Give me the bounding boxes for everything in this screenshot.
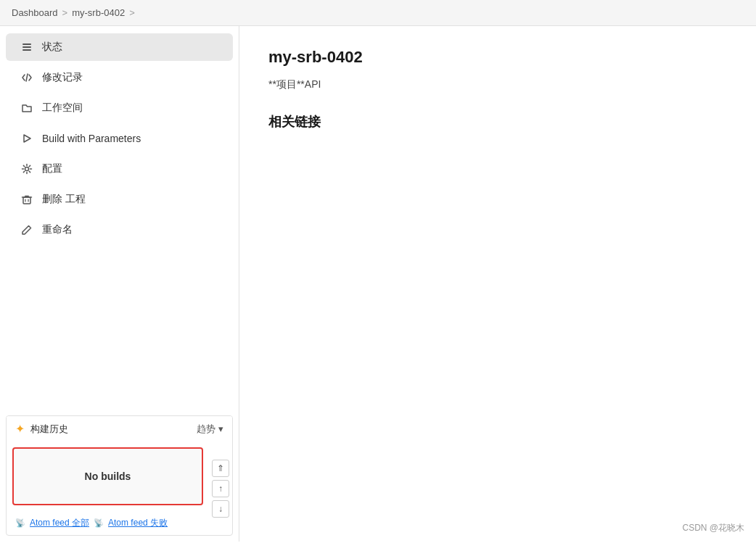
sidebar-item-delete[interactable]: 删除 工程 xyxy=(6,186,233,213)
breadcrumb-sep1: > xyxy=(62,7,68,18)
breadcrumb-sep2: > xyxy=(129,7,135,18)
watermark: CSDN @花晓木 xyxy=(682,522,744,534)
project-description: **项目**API xyxy=(268,78,727,91)
rss-icon-all: 📡 xyxy=(15,518,25,528)
build-history-panel: ✦ 构建历史 趋势 ▾ No builds 📡 Atom feed 全 xyxy=(6,415,233,536)
svg-rect-6 xyxy=(23,197,30,204)
sidebar-item-changes[interactable]: 修改记录 xyxy=(6,64,233,91)
page-title: my-srb-0402 xyxy=(268,48,727,67)
sidebar-label-delete: 删除 工程 xyxy=(42,193,86,206)
scroll-top-button[interactable]: ⇑ xyxy=(212,460,229,477)
code-icon xyxy=(20,71,33,84)
build-history-header-left: ✦ 构建历史 xyxy=(15,422,68,436)
svg-rect-1 xyxy=(22,46,31,48)
rss-icon-fail: 📡 xyxy=(94,518,104,528)
trend-button[interactable]: 趋势 ▾ xyxy=(197,423,223,436)
atom-feed-all[interactable]: Atom feed 全部 xyxy=(30,517,89,529)
build-history-title: 构建历史 xyxy=(30,423,68,436)
trash-icon xyxy=(20,193,33,206)
breadcrumb: Dashboard > my-srb-0402 > xyxy=(0,0,756,26)
folder-icon xyxy=(20,101,33,115)
play-icon xyxy=(20,132,33,145)
sidebar-label-status: 状态 xyxy=(42,41,62,54)
edit-icon xyxy=(20,223,33,236)
svg-rect-2 xyxy=(22,49,31,51)
sidebar-item-config[interactable]: 配置 xyxy=(6,155,233,183)
sidebar-label-build-params: Build with Parameters xyxy=(42,133,141,144)
sidebar-label-workspace: 工作空间 xyxy=(42,101,83,115)
svg-rect-0 xyxy=(22,43,31,45)
build-history-header: ✦ 构建历史 趋势 ▾ xyxy=(7,416,232,442)
sun-icon: ✦ xyxy=(15,422,25,436)
list-icon xyxy=(20,41,33,54)
breadcrumb-project[interactable]: my-srb-0402 xyxy=(72,7,125,18)
svg-point-5 xyxy=(25,167,29,171)
gear-icon xyxy=(20,162,33,175)
sidebar-item-rename[interactable]: 重命名 xyxy=(6,216,233,244)
build-history-content: No builds 📡 Atom feed 全部 📡 Atom feed 失败 xyxy=(7,442,209,535)
atom-feeds: 📡 Atom feed 全部 📡 Atom feed 失败 xyxy=(7,511,209,535)
no-builds-text: No builds xyxy=(85,471,131,482)
scroll-down-button[interactable]: ↓ xyxy=(212,500,229,518)
sidebar-label-config: 配置 xyxy=(42,162,62,175)
scroll-up-button[interactable]: ↑ xyxy=(212,480,229,497)
sidebar-label-changes: 修改记录 xyxy=(42,71,83,84)
sidebar-item-workspace[interactable]: 工作空间 xyxy=(6,94,233,122)
related-links-title: 相关链接 xyxy=(268,113,727,130)
build-history-row: No builds 📡 Atom feed 全部 📡 Atom feed 失败 xyxy=(7,442,232,535)
atom-feed-all-label: Atom feed 全部 xyxy=(30,517,89,529)
sidebar: 状态 修改记录 工作空间 xyxy=(0,26,239,542)
breadcrumb-dashboard[interactable]: Dashboard xyxy=(12,7,58,18)
sidebar-item-build-params[interactable]: Build with Parameters xyxy=(6,125,233,152)
trend-label: 趋势 xyxy=(197,423,215,436)
main-layout: 状态 修改记录 工作空间 xyxy=(0,26,756,542)
scroll-buttons: ⇑ ↑ ↓ xyxy=(209,442,232,535)
chevron-down-icon: ▾ xyxy=(218,423,223,434)
no-builds-box: No builds xyxy=(12,447,203,505)
sidebar-label-rename: 重命名 xyxy=(42,223,73,236)
sidebar-item-status[interactable]: 状态 xyxy=(6,33,233,61)
svg-line-3 xyxy=(26,74,28,81)
content-area: my-srb-0402 **项目**API 相关链接 xyxy=(239,26,756,542)
svg-marker-4 xyxy=(24,135,30,142)
atom-feed-fail[interactable]: Atom feed 失败 xyxy=(108,517,168,529)
atom-feed-fail-label: Atom feed 失败 xyxy=(108,517,168,529)
